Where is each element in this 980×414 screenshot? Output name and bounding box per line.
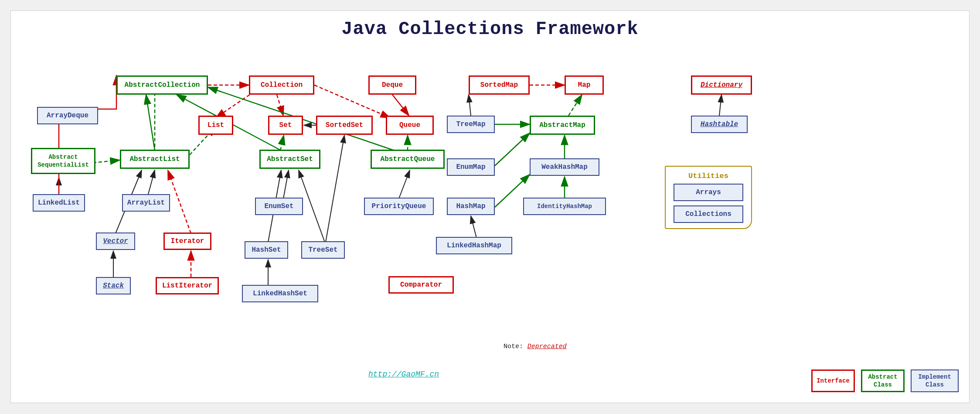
- node-vector: Vector: [96, 233, 135, 250]
- node-abstractlist: AbstractList: [120, 150, 190, 169]
- utilities-box: Utilities Arrays Collections: [665, 166, 752, 229]
- svg-line-14: [469, 95, 471, 116]
- svg-line-34: [168, 170, 191, 233]
- node-abstractset: AbstractSet: [259, 150, 320, 169]
- node-list: List: [198, 116, 233, 135]
- node-listiterator: ListIterator: [156, 277, 219, 294]
- node-sortedmap: SortedMap: [469, 75, 530, 95]
- node-enumset: EnumSet: [255, 198, 303, 215]
- legend: Interface AbstractClass ImplementClass: [811, 370, 959, 392]
- node-collections: Collections: [674, 205, 743, 223]
- svg-line-37: [326, 135, 344, 242]
- node-hashmap: HashMap: [447, 198, 495, 215]
- utilities-title: Utilities: [674, 172, 743, 180]
- node-treeset: TreeSet: [301, 241, 345, 259]
- svg-line-5: [280, 135, 284, 151]
- node-linkedlist: LinkedList: [33, 194, 85, 212]
- node-abstractqueue: AbstractQueue: [371, 150, 445, 169]
- node-stack: Stack: [96, 277, 131, 294]
- node-set: Set: [268, 116, 303, 135]
- node-arraydeque: ArrayDeque: [37, 107, 98, 124]
- svg-line-36: [719, 95, 721, 116]
- diagram-container: Java Collections Framework: [10, 10, 970, 403]
- svg-line-31: [399, 170, 410, 198]
- node-hashset: HashSet: [245, 241, 288, 259]
- node-priorityqueue: PriorityQueue: [364, 198, 434, 215]
- node-abstractcollection: AbstractCollection: [116, 75, 208, 95]
- node-abstractmap: AbstractMap: [530, 116, 595, 135]
- node-arrays: Arrays: [674, 184, 743, 201]
- svg-line-18: [495, 133, 530, 166]
- node-dictionary: Dictionary: [691, 75, 752, 95]
- node-map: Map: [565, 75, 604, 95]
- node-deque: Deque: [368, 75, 416, 95]
- node-linkedhashset: LinkedHashSet: [242, 285, 318, 302]
- node-hashtable: Hashtable: [691, 116, 748, 133]
- node-comparator: Comparator: [388, 276, 454, 294]
- note-deprecated: Note: Deprecated: [504, 342, 567, 350]
- svg-line-11: [392, 95, 409, 116]
- legend-interface: Interface: [811, 370, 855, 392]
- svg-line-26: [148, 170, 155, 194]
- node-abstractsequentiallist: AbstractSequentialList: [31, 148, 95, 174]
- legend-impl-class: ImplementClass: [911, 370, 959, 392]
- svg-line-19: [471, 216, 476, 238]
- node-queue: Queue: [386, 116, 434, 135]
- svg-line-21: [146, 95, 155, 151]
- node-linkedhashmap: LinkedHashMap: [436, 237, 512, 254]
- node-collection: Collection: [249, 75, 314, 95]
- svg-line-27: [283, 170, 289, 198]
- node-enummap: EnumMap: [447, 158, 495, 176]
- svg-line-24: [93, 160, 120, 163]
- node-arraylist: ArrayList: [122, 194, 170, 212]
- node-sortedset: SortedSet: [316, 116, 373, 135]
- node-iterator: Iterator: [163, 233, 211, 250]
- legend-abstract-class: AbstractClass: [861, 370, 905, 392]
- svg-line-8: [277, 95, 283, 116]
- page-title: Java Collections Framework: [11, 11, 969, 40]
- node-identityhashmap: IdentityHashMap: [523, 198, 606, 215]
- url-text: http://GaoMF.cn: [368, 370, 439, 379]
- node-treemap: TreeMap: [447, 116, 495, 133]
- node-weakhashmap: WeakHashMap: [530, 158, 599, 176]
